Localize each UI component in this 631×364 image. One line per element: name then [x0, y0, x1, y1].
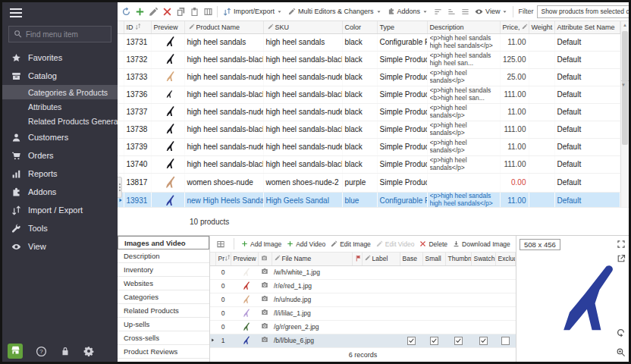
sidebar-item-orders[interactable]: Orders: [2, 146, 118, 165]
download-image-button[interactable]: Download Image: [453, 240, 510, 248]
tab-cross-sells[interactable]: Cross-sells: [118, 331, 209, 345]
checkbox-exclude[interactable]: [501, 337, 510, 345]
view-menu[interactable]: View: [472, 7, 510, 17]
sidebar-item-view[interactable]: View: [2, 237, 118, 256]
media-grid-icon[interactable]: [215, 237, 227, 251]
add-image-button[interactable]: Add Image: [241, 240, 281, 248]
media-row[interactable]: 0/n/u/nude.jpg: [210, 293, 516, 306]
checkbox-swatch[interactable]: [479, 337, 488, 345]
column-header-product-name[interactable]: Product Name: [184, 21, 263, 33]
column-header-exclude[interactable]: Exclude: [495, 253, 516, 265]
multi-editors-menu[interactable]: Multi Editors & Changers: [286, 7, 384, 16]
tab-up-sells[interactable]: Up-sells: [118, 318, 209, 331]
tab-product-reviews[interactable]: Product Reviews: [118, 345, 209, 359]
edit-product-button[interactable]: [147, 5, 159, 18]
sidebar-item-categories-products[interactable]: Categories & Products: [2, 85, 118, 99]
tab-related-products[interactable]: Related Products: [118, 304, 209, 318]
column-header-thumbna[interactable]: Thumbna: [445, 253, 471, 265]
refresh-button[interactable]: [120, 5, 132, 18]
media-row[interactable]: 0/r/e/red_1.jpg: [210, 279, 516, 293]
column-header-flag[interactable]: [352, 253, 362, 265]
column-header-price[interactable]: Price,: [500, 21, 529, 33]
sidebar-item-addons[interactable]: Addons: [2, 183, 118, 201]
table-row[interactable]: 13739high heel sandals-nude-37high heel …: [118, 138, 620, 155]
tab-description[interactable]: Description: [118, 249, 209, 263]
addons-menu[interactable]: Addons: [385, 7, 431, 16]
copy-button[interactable]: [174, 5, 187, 18]
column-header-base[interactable]: Base: [400, 253, 422, 265]
checkbox-thumb[interactable]: [454, 337, 463, 345]
table-row[interactable]: 13740high heel sandals-black-38high heel…: [118, 155, 620, 173]
zoom-icon[interactable]: [616, 347, 626, 357]
rotate-icon[interactable]: [616, 328, 626, 337]
sort-ascending-button[interactable]: [432, 5, 444, 18]
scroll-down-arrow[interactable]: ▼: [621, 80, 629, 207]
column-header-description[interactable]: Description: [427, 21, 500, 33]
delete-button[interactable]: Delete: [419, 240, 447, 248]
table-row[interactable]: 13738high heel sandals-black-37high heel…: [118, 121, 620, 138]
columns-button[interactable]: [202, 5, 214, 18]
column-header-id[interactable]: ID: [124, 21, 151, 33]
table-row[interactable]: 13817women shoes-nudewomen shoes-nude-2p…: [118, 173, 620, 192]
button-label: Delete: [429, 240, 447, 248]
media-row[interactable]: 0/w/h/white_1.jpg: [210, 265, 516, 279]
scroll-up-arrow[interactable]: ▲: [621, 21, 629, 30]
column-header-type[interactable]: Type: [377, 21, 427, 33]
tab-inventory[interactable]: Inventory: [118, 263, 209, 277]
column-header-preview[interactable]: Preview: [151, 21, 184, 33]
help-button[interactable]: ?: [36, 346, 47, 357]
sidebar-item-reports[interactable]: Reports: [2, 165, 118, 183]
table-row[interactable]: 13733high heel sandals-nudehigh heel san…: [118, 68, 620, 86]
menu-toggle-button[interactable]: [2, 2, 118, 24]
category-filter-select[interactable]: Show products from selected categories: [537, 5, 629, 18]
table-row[interactable]: 13737high heel sandals-nude-36high heel …: [118, 103, 620, 121]
fullscreen-icon[interactable]: [617, 240, 626, 249]
paste-button[interactable]: [188, 5, 200, 18]
import-export-menu[interactable]: Import/Export: [221, 7, 284, 17]
checkbox-small[interactable]: [430, 337, 438, 345]
column-header-small[interactable]: Small: [422, 253, 445, 265]
lock-button[interactable]: [60, 346, 71, 356]
column-header-color[interactable]: Color: [342, 21, 377, 33]
media-row[interactable]: 0/g/r/green_2.jpg: [210, 320, 516, 334]
column-header-weight[interactable]: Weight: [529, 21, 554, 33]
sidebar-item-related-products-generator[interactable]: Related Products Generator: [2, 114, 118, 128]
sidebar-item-favorites[interactable]: Favorites: [2, 49, 118, 67]
store-button[interactable]: [8, 344, 23, 359]
tab-websites[interactable]: Websites: [118, 277, 209, 290]
column-header-camera[interactable]: [258, 253, 272, 265]
column-header-pr[interactable]: Pr: [215, 253, 231, 265]
column-header-attribute-set-name[interactable]: Attribute Set Name: [554, 21, 620, 33]
tab-images-and-video[interactable]: Images and Video: [118, 236, 209, 249]
add-product-button[interactable]: [133, 5, 146, 18]
sidebar-item-catalog[interactable]: Catalog: [2, 67, 118, 85]
tab-categories[interactable]: Categories: [118, 290, 209, 304]
sidebar-splitter-handle[interactable]: [118, 177, 122, 198]
sidebar-item-customers[interactable]: Customers: [2, 128, 118, 146]
sidebar-item-tools[interactable]: Tools: [2, 219, 118, 237]
table-row[interactable]: 13732high heel sandals-blackhigh heel sa…: [118, 51, 620, 68]
column-header-swatch[interactable]: Swatch: [471, 253, 495, 265]
table-row[interactable]: 13736high heel sandals-black-36high heel…: [118, 86, 620, 103]
image-size-box[interactable]: 508 x 456: [520, 239, 560, 250]
media-row[interactable]: 0/l/i/lilac_1.jpg: [210, 306, 516, 320]
column-header-file-name[interactable]: File Name: [272, 253, 352, 265]
column-header-sku[interactable]: SKU: [263, 21, 342, 33]
add-video-button[interactable]: Add Video: [287, 240, 325, 248]
grid-scrollbar[interactable]: ▲ ▼: [620, 21, 629, 207]
sidebar-search-input[interactable]: [26, 30, 106, 39]
edit-image-button[interactable]: Edit Image: [331, 240, 371, 248]
checkbox-base[interactable]: [407, 337, 416, 345]
media-row[interactable]: 1/b/l/blue_6.jpg: [210, 334, 516, 347]
open-external-icon[interactable]: [617, 254, 626, 263]
sidebar-item-import-export[interactable]: Import / Export: [2, 201, 118, 219]
column-header-preview[interactable]: Preview: [231, 253, 258, 265]
table-row[interactable]: 13731high heel sandalshigh heel sandalsb…: [118, 33, 620, 51]
column-header-label[interactable]: Label: [362, 253, 400, 265]
sidebar-item-attributes[interactable]: Attributes: [2, 99, 118, 114]
sort-descending-button[interactable]: [445, 5, 457, 18]
table-row[interactable]: 13931new High Heels SandalsHigh Geels Sa…: [118, 192, 620, 207]
settings-button[interactable]: [83, 346, 94, 356]
list-options-button[interactable]: [459, 5, 471, 18]
delete-product-button[interactable]: [161, 5, 173, 18]
